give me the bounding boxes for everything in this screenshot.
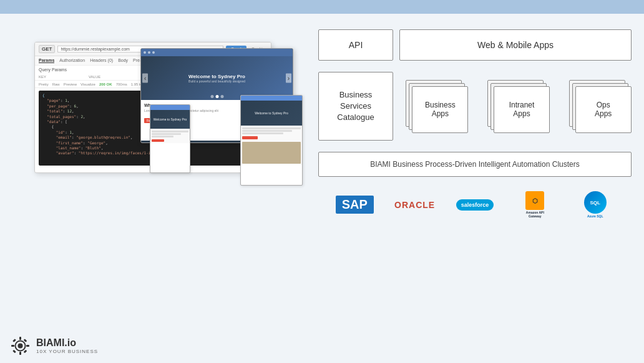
amazon-icon: ⬡ — [525, 191, 544, 210]
biami-automation-box: BIAMI Business Process-Driven Intelligen… — [318, 152, 632, 177]
sap-logo: SAP — [336, 196, 374, 214]
amazon-text: Amazon APIGateway — [526, 211, 544, 218]
api-tab-auth[interactable]: Authorization — [59, 58, 85, 63]
website-screenshot-small1: Welcome to Sydney Pro — [150, 104, 190, 173]
intranet-apps-label: IntranetApps — [509, 101, 535, 118]
dot-2 — [215, 95, 218, 98]
biami-automation-label: BIAMI Business Process-Driven Intelligen… — [370, 160, 579, 169]
api-label: API — [349, 40, 363, 50]
azure-logo-box: SQL Azure SQL — [573, 191, 617, 218]
top-bar — [0, 0, 644, 14]
right-section: API Web & Mobile Apps BusinessServicesCa… — [306, 14, 644, 363]
bsc-label: BusinessServicesCatalogue — [337, 89, 374, 124]
intranet-apps-stack: IntranetApps — [487, 80, 544, 133]
dot-1 — [210, 95, 213, 98]
biami-logo-area: BIAMI.io 10X YOUR BUSINESS — [9, 335, 98, 357]
salesforce-logo: salesforce — [456, 199, 494, 211]
oracle-logo: ORACLE — [394, 200, 435, 210]
small-site2-title: Welcome to Sydney Pro — [255, 111, 288, 115]
next-arrow[interactable]: › — [286, 74, 291, 83]
stacked-group: BusinessApps IntranetApps OpsApp — [399, 80, 632, 133]
web-mobile-label: Web & Mobile Apps — [477, 40, 554, 50]
svg-rect-5 — [26, 345, 29, 347]
api-method: GET — [39, 45, 55, 53]
svg-rect-9 — [12, 350, 16, 354]
middle-row: BusinessServicesCatalogue BusinessApps — [318, 72, 632, 141]
prev-arrow[interactable]: ‹ — [142, 74, 148, 83]
website-hero-sub: Build a powerful and beautifully designe… — [188, 79, 245, 83]
business-services-catalogue-box: BusinessServicesCatalogue — [318, 72, 393, 141]
left-section: GET https://dummie.restapiexample.com Se… — [0, 14, 306, 363]
azure-icon: SQL — [584, 191, 607, 214]
svg-rect-7 — [24, 350, 27, 354]
azure-logo: SQL Azure SQL — [584, 191, 607, 218]
web-mobile-box: Web & Mobile Apps — [399, 29, 632, 61]
svg-text:⬡: ⬡ — [532, 197, 538, 204]
amazon-logo: ⬡ Amazon APIGateway — [525, 191, 544, 218]
biami-icon — [9, 335, 31, 357]
api-response-tabs: Pretty — [39, 82, 49, 86]
dot-3 — [220, 95, 223, 98]
svg-rect-4 — [11, 345, 14, 347]
azure-text: Azure SQL — [587, 214, 603, 218]
oracle-logo-box: ORACLE — [393, 200, 437, 210]
partner-logos: SAP ORACLE salesforce ⬡ — [318, 188, 632, 221]
api-response-preview: Preview — [64, 82, 77, 86]
website-hero-title: Welcome to Sydney Pro — [188, 74, 245, 79]
sap-logo-box: SAP — [333, 196, 376, 214]
website-screenshot-small2: Welcome to Sydney Pro — [240, 95, 303, 186]
amazon-logo-box: ⬡ Amazon APIGateway — [513, 191, 557, 218]
salesforce-logo-box: salesforce — [453, 199, 497, 211]
small-site-title: Welcome to Sydney Pro — [154, 117, 187, 121]
business-apps-label: BusinessApps — [425, 101, 456, 118]
svg-rect-6 — [12, 339, 16, 342]
api-response-visualize: Visualize — [80, 82, 95, 86]
api-time: 700ms — [116, 82, 127, 86]
svg-rect-2 — [19, 337, 21, 340]
ops-apps-label: OpsApps — [595, 101, 612, 118]
biami-brand: BIAMI.io — [36, 337, 98, 349]
business-apps-stack: BusinessApps — [406, 80, 462, 133]
api-tab-headers[interactable]: Headers (0) — [90, 58, 113, 63]
api-tab-params[interactable]: Params — [39, 58, 54, 63]
svg-point-1 — [18, 344, 23, 349]
api-tab-body[interactable]: Body — [118, 58, 128, 63]
api-status: 200 OK — [99, 82, 112, 86]
api-box: API — [318, 29, 393, 61]
api-response-raw: Raw — [52, 82, 60, 86]
biami-tagline: 10X YOUR BUSINESS — [36, 349, 98, 354]
top-boxes-row: API Web & Mobile Apps — [318, 29, 632, 61]
svg-rect-3 — [19, 352, 21, 355]
ops-apps-stack: OpsApps — [569, 80, 625, 133]
